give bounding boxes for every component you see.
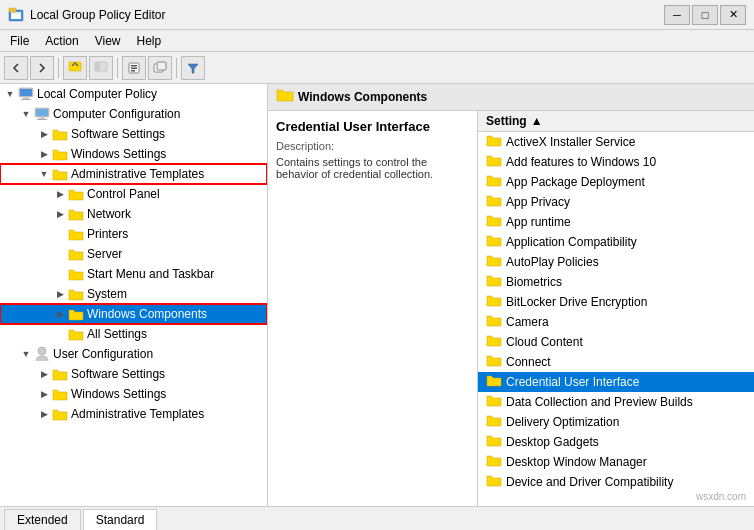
forward-button[interactable]	[30, 56, 54, 80]
settings-item-label: Add features to Windows 10	[506, 155, 656, 169]
settings-item-delivery-opt[interactable]: Delivery Optimization	[478, 412, 754, 432]
settings-item-credential-ui[interactable]: Credential User Interface	[478, 372, 754, 392]
start-menu-folder-icon	[68, 266, 84, 282]
user-config-icon	[34, 346, 50, 362]
svg-rect-16	[23, 97, 29, 99]
tree-user-software-settings[interactable]: ▶ Software Settings	[0, 364, 267, 384]
tree-computer-config[interactable]: ▼ Computer Configuration	[0, 104, 267, 124]
settings-item-label: Desktop Gadgets	[506, 435, 599, 449]
settings-item-desktop-window[interactable]: Desktop Window Manager	[478, 452, 754, 472]
computer-icon	[18, 86, 34, 102]
settings-folder-icon	[486, 134, 502, 150]
expand-software-icon: ▶	[36, 129, 52, 139]
network-folder-icon	[68, 206, 84, 222]
settings-item-camera[interactable]: Camera	[478, 312, 754, 332]
settings-item-label: Cloud Content	[506, 335, 583, 349]
close-button[interactable]: ✕	[720, 5, 746, 25]
expand-windows-components-icon: ▶	[52, 309, 68, 319]
start-menu-label: Start Menu and Taskbar	[87, 267, 214, 281]
admin-templates-label: Administrative Templates	[71, 167, 204, 181]
tree-user-windows-settings[interactable]: ▶ Windows Settings	[0, 384, 267, 404]
svg-rect-2	[11, 12, 21, 14]
settings-item-autoplay[interactable]: AutoPlay Policies	[478, 252, 754, 272]
menu-action[interactable]: Action	[39, 32, 84, 50]
server-label: Server	[87, 247, 122, 261]
settings-item-cloud-content[interactable]: Cloud Content	[478, 332, 754, 352]
tree-user-config[interactable]: ▼ User Configuration	[0, 344, 267, 364]
filter-button[interactable]	[181, 56, 205, 80]
menu-help[interactable]: Help	[131, 32, 168, 50]
computer-config-label: Computer Configuration	[53, 107, 180, 121]
menu-view[interactable]: View	[89, 32, 127, 50]
settings-item-app-privacy[interactable]: App Privacy	[478, 192, 754, 212]
up-button[interactable]	[63, 56, 87, 80]
windows-settings-label: Windows Settings	[71, 147, 166, 161]
tree-software-settings[interactable]: ▶ Software Settings	[0, 124, 267, 144]
back-button[interactable]	[4, 56, 28, 80]
all-settings-label: All Settings	[87, 327, 147, 341]
tree-system[interactable]: ▶ System	[0, 284, 267, 304]
settings-folder-icon	[486, 214, 502, 230]
tree-windows-settings[interactable]: ▶ Windows Settings	[0, 144, 267, 164]
right-header: Windows Components	[268, 84, 754, 111]
printers-label: Printers	[87, 227, 128, 241]
settings-item-data-collection[interactable]: Data Collection and Preview Builds	[478, 392, 754, 412]
new-window-button[interactable]	[148, 56, 172, 80]
expand-admin-templates-icon: ▼	[36, 169, 52, 179]
tree-control-panel[interactable]: ▶ Control Panel	[0, 184, 267, 204]
settings-item-activex[interactable]: ActiveX Installer Service	[478, 132, 754, 152]
settings-list: ActiveX Installer Service Add features t…	[478, 132, 754, 492]
settings-item-label: Connect	[506, 355, 551, 369]
settings-item-add-features[interactable]: Add features to Windows 10	[478, 152, 754, 172]
tree-root-label: Local Computer Policy	[37, 87, 157, 101]
show-hide-button[interactable]	[89, 56, 113, 80]
settings-item-desktop-gadgets[interactable]: Desktop Gadgets	[478, 432, 754, 452]
minimize-button[interactable]: ─	[664, 5, 690, 25]
title-bar: Local Group Policy Editor ─ □ ✕	[0, 0, 754, 30]
settings-item-biometrics[interactable]: Biometrics	[478, 272, 754, 292]
settings-item-bitlocker[interactable]: BitLocker Drive Encryption	[478, 292, 754, 312]
expand-system-icon: ▶	[52, 289, 68, 299]
settings-item-label: Credential User Interface	[506, 375, 639, 389]
menu-file[interactable]: File	[4, 32, 35, 50]
settings-item-label: Delivery Optimization	[506, 415, 619, 429]
settings-item-label: ActiveX Installer Service	[506, 135, 635, 149]
maximize-button[interactable]: □	[692, 5, 718, 25]
printers-folder-icon	[68, 226, 84, 242]
tab-standard[interactable]: Standard	[83, 509, 158, 530]
description-pane: Credential User Interface Description: C…	[268, 111, 478, 506]
tree-admin-templates[interactable]: ▼ Administrative Templates	[0, 164, 267, 184]
toolbar-separator-1	[58, 58, 59, 78]
settings-sort-button[interactable]: Setting	[486, 114, 527, 128]
svg-rect-17	[21, 99, 31, 100]
expand-user-at-icon: ▶	[36, 409, 52, 419]
tree-all-settings[interactable]: ▶ All Settings	[0, 324, 267, 344]
tree-printers[interactable]: ▶ Printers	[0, 224, 267, 244]
settings-item-device-driver[interactable]: Device and Driver Compatibility	[478, 472, 754, 492]
settings-item-app-runtime[interactable]: App runtime	[478, 212, 754, 232]
settings-item-app-package[interactable]: App Package Deployment	[478, 172, 754, 192]
tree-windows-components[interactable]: ▶ Windows Components	[0, 304, 267, 324]
tree-network[interactable]: ▶ Network	[0, 204, 267, 224]
watermark: wsxdn.com	[696, 491, 746, 502]
user-software-settings-folder-icon	[52, 366, 68, 382]
settings-folder-icon	[486, 414, 502, 430]
tree-server[interactable]: ▶ Server	[0, 244, 267, 264]
system-folder-icon	[68, 286, 84, 302]
tab-extended[interactable]: Extended	[4, 509, 81, 530]
settings-item-app-compat[interactable]: Application Compatibility	[478, 232, 754, 252]
svg-rect-20	[39, 117, 45, 119]
user-windows-settings-folder-icon	[52, 386, 68, 402]
settings-item-label: App Package Deployment	[506, 175, 645, 189]
server-folder-icon	[68, 246, 84, 262]
expand-user-ws-icon: ▶	[36, 389, 52, 399]
properties-button[interactable]	[122, 56, 146, 80]
tree-start-menu[interactable]: ▶ Start Menu and Taskbar	[0, 264, 267, 284]
tree-root[interactable]: ▼ Local Computer Policy	[0, 84, 267, 104]
svg-rect-6	[95, 62, 100, 71]
settings-item-connect[interactable]: Connect	[478, 352, 754, 372]
windows-settings-folder-icon	[52, 146, 68, 162]
settings-item-label: Desktop Window Manager	[506, 455, 647, 469]
tree-user-admin-templates[interactable]: ▶ Administrative Templates	[0, 404, 267, 424]
user-config-label: User Configuration	[53, 347, 153, 361]
